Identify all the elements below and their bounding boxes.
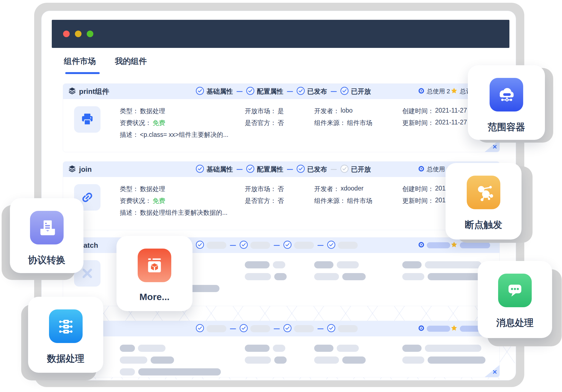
step-separator: [237, 169, 243, 170]
field-source: 组件来源：组件市场: [314, 197, 372, 205]
usage-target-icon: [418, 88, 425, 95]
card-title-group: print组件: [68, 84, 109, 99]
skeleton-bar: [314, 356, 339, 364]
check-circle-icon: [246, 165, 254, 174]
usage-stat: 总使用 2: [418, 84, 450, 99]
component-card-join[interactable]: join 基础属性 配置属性 已发布 已开放 总使用 6 类型：数据处理 资费状…: [63, 161, 500, 230]
step-separator: [317, 328, 324, 329]
skeleton-pill: [250, 325, 270, 332]
skeleton-bar: [428, 356, 485, 364]
skeleton-bar: [245, 273, 271, 280]
check-circle-icon: [240, 241, 248, 250]
skeleton-pill: [427, 326, 450, 332]
tile-message-processing[interactable]: 消息处理: [478, 261, 552, 338]
tab-my-components[interactable]: 我的组件: [115, 56, 147, 67]
check-circle-icon: [327, 241, 335, 250]
step-separator: [317, 245, 324, 246]
check-circle-icon: [297, 165, 305, 174]
skeleton-bar: [342, 273, 366, 280]
progress-steps: 基础属性 配置属性 已发布 已开放: [196, 84, 371, 99]
skeleton-bar: [138, 345, 165, 352]
tile-label: 断点触发: [465, 219, 502, 231]
field-official: 是否官方：否: [245, 197, 284, 205]
skeleton-pill: [460, 242, 490, 248]
tile-label: 协议转换: [28, 254, 66, 266]
field-type: 类型：数据处理: [120, 185, 165, 193]
tile-protocol-convert[interactable]: 协议转换: [10, 198, 83, 273]
skeleton-bar: [314, 261, 333, 268]
progress-steps-skeleton: [196, 321, 358, 336]
close-window-icon[interactable]: [63, 31, 70, 37]
close-icon[interactable]: [492, 144, 497, 150]
component-card-skeleton[interactable]: [63, 321, 500, 377]
card-title: print组件: [79, 87, 109, 96]
skeleton-bar: [120, 368, 135, 375]
component-card-print[interactable]: print组件 基础属性 配置属性 已发布 已开放 总使用 2 总评 类型：数据…: [63, 83, 500, 152]
tile-label: 消息处理: [496, 317, 534, 329]
field-developer: 开发者：lobo: [314, 107, 352, 115]
skeleton-pill: [338, 325, 358, 332]
zoom-window-icon[interactable]: [87, 31, 93, 37]
skeleton-bar: [402, 356, 424, 364]
progress-steps-skeleton: [196, 238, 358, 253]
usage-target-icon: [418, 325, 425, 333]
check-circle-icon: [246, 87, 254, 96]
usage-stat-skeleton: [418, 238, 450, 253]
tile-scope-container[interactable]: 范围容器: [468, 65, 545, 140]
step-separator: [230, 245, 236, 246]
layers-icon: [68, 165, 76, 174]
skeleton-bar: [274, 273, 287, 280]
skeleton-pill: [294, 242, 314, 249]
close-icon[interactable]: [492, 369, 497, 375]
step-label: 基础属性: [207, 87, 233, 96]
check-circle-icon: [240, 324, 248, 333]
field-fee: 资费状况：免费: [120, 197, 165, 205]
step-label: 配置属性: [257, 165, 283, 174]
step-separator: [230, 328, 236, 329]
usage-stat: 总使用 6: [418, 162, 450, 177]
card-title: join: [79, 165, 92, 174]
skeleton-bar: [428, 273, 485, 280]
card-body: 类型：数据处理 资费状况：免费 描述：数据处理组件主要解决数据的... 开放市场…: [63, 177, 499, 230]
tile-more[interactable]: More...: [116, 236, 192, 311]
step-separator: [237, 91, 243, 92]
data-mapping-icon: [49, 309, 83, 343]
tile-breakpoint-trigger[interactable]: 断点触发: [446, 163, 522, 239]
skeleton-bar: [273, 261, 285, 268]
skeleton-bar: [120, 356, 147, 364]
usage-target-icon: [418, 241, 425, 249]
check-circle-icon: [196, 87, 204, 96]
step-label: 配置属性: [257, 87, 283, 96]
printer-icon: [74, 106, 101, 133]
tile-data-processing[interactable]: 数据处理: [28, 297, 103, 373]
check-circle-icon-pending: [340, 165, 349, 174]
skeleton-bar: [402, 273, 424, 280]
step-separator: [331, 169, 337, 170]
inbox-document-icon: [30, 211, 64, 244]
star-icon: [450, 87, 458, 96]
skeleton-pill: [338, 242, 358, 249]
skeleton-bar: [342, 356, 366, 364]
tile-label: 范围容器: [488, 121, 525, 134]
skeleton-bar: [425, 345, 481, 352]
skeleton-bar: [245, 261, 270, 268]
skeleton-pill: [207, 242, 226, 249]
field-source: 组件来源：组件市场: [314, 119, 372, 127]
minimize-window-icon[interactable]: [75, 31, 82, 37]
active-tab-underline: [65, 72, 100, 74]
check-circle-icon: [196, 324, 204, 333]
skeleton-bar: [138, 368, 221, 375]
check-circle-icon: [297, 87, 305, 96]
skeleton-bar: [402, 261, 422, 268]
skeleton-bar: [245, 356, 271, 364]
tab-component-market[interactable]: 组件市场: [64, 56, 96, 67]
field-developer: 开发者：xdooder: [314, 185, 363, 193]
field-description: 描述：<p.class= xx>组件主要解决的...: [120, 130, 228, 139]
star-icon: [450, 241, 458, 249]
card-body: [63, 336, 499, 377]
step-label: 基础属性: [207, 165, 233, 174]
check-circle-icon: [283, 324, 292, 333]
skeleton-bar: [120, 345, 135, 352]
skeleton-pill: [207, 325, 226, 332]
check-circle-icon: [283, 241, 292, 250]
